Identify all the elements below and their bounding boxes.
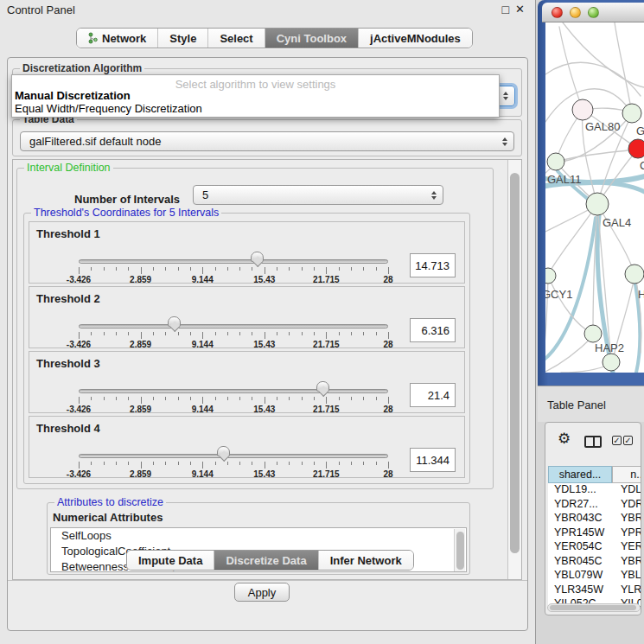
apply-button[interactable]: Apply bbox=[234, 583, 290, 602]
gear-icon[interactable]: ⚙ bbox=[558, 430, 571, 448]
tick-label: -3.426 bbox=[67, 405, 91, 414]
tick-mark bbox=[79, 397, 80, 404]
table-rows: YDL19...YDL1...YDR27...YDR2...YBR043CYBR… bbox=[548, 483, 641, 609]
network-node[interactable] bbox=[586, 193, 609, 215]
network-node[interactable] bbox=[622, 104, 641, 123]
scrollbar-thumb[interactable] bbox=[510, 173, 520, 553]
tick-label: -3.426 bbox=[67, 275, 91, 284]
tick-mark bbox=[153, 332, 154, 335]
tab-discretize-data[interactable]: Discretize Data bbox=[214, 551, 318, 570]
threshold-slider[interactable]: -3.4262.8599.14415.4321.71528 bbox=[79, 417, 388, 479]
tab-infer-network[interactable]: Infer Network bbox=[319, 551, 413, 570]
minimize-traffic-light-icon[interactable] bbox=[570, 7, 581, 18]
tick-mark bbox=[178, 332, 179, 335]
tab-select[interactable]: Select bbox=[208, 29, 265, 48]
tick-mark bbox=[388, 332, 389, 339]
tab-label: Impute Data bbox=[138, 554, 202, 567]
slider-thumb[interactable] bbox=[217, 446, 230, 456]
tick-mark bbox=[128, 397, 129, 400]
table-hscrollbar[interactable] bbox=[547, 603, 641, 612]
network-canvas[interactable]: GAL80GACGAL11GAL4GCY1HHAP2 bbox=[545, 22, 644, 373]
table-row[interactable]: YBL079WYBL0... bbox=[548, 569, 641, 583]
checkbox-icon[interactable]: ✓ bbox=[612, 436, 622, 445]
slider-track[interactable] bbox=[79, 389, 388, 393]
table-row[interactable]: YER054CYER0... bbox=[548, 540, 641, 555]
tab-network[interactable]: Network bbox=[77, 29, 158, 48]
threshold-value-input[interactable] bbox=[410, 318, 456, 342]
threshold-slider[interactable]: -3.4262.8599.14415.4321.71528 bbox=[79, 352, 388, 414]
tick-mark bbox=[351, 397, 352, 400]
column-header-name[interactable]: n... bbox=[612, 466, 641, 483]
table-row[interactable]: YBR043CYBR0... bbox=[548, 512, 641, 526]
threshold-value-input[interactable] bbox=[410, 383, 456, 407]
close-traffic-light-icon[interactable] bbox=[552, 7, 563, 18]
tick-label: 9.144 bbox=[192, 405, 214, 414]
tick-mark bbox=[165, 462, 166, 465]
tab-cyni-toolbox[interactable]: Cyni Toolbox bbox=[265, 29, 359, 48]
tick-mark bbox=[277, 462, 277, 465]
settings-scroll-area: Interval Definition Number of Intervals … bbox=[12, 159, 522, 580]
slider-tick-labels: -3.4262.8599.14415.4321.71528 bbox=[79, 340, 388, 350]
network-node[interactable] bbox=[625, 265, 644, 284]
slider-track[interactable] bbox=[79, 454, 388, 458]
network-window-titlebar[interactable] bbox=[542, 3, 644, 22]
column-view-icon[interactable] bbox=[584, 436, 602, 448]
dropdown-option[interactable]: Manual Discretization bbox=[12, 89, 499, 102]
network-node[interactable] bbox=[545, 268, 556, 284]
network-node[interactable] bbox=[547, 153, 564, 170]
slider-thumb[interactable] bbox=[316, 381, 329, 392]
network-node[interactable] bbox=[628, 139, 644, 158]
slider-track[interactable] bbox=[79, 324, 388, 328]
float-window-icon[interactable]: □ bbox=[502, 3, 509, 16]
num-intervals-combo[interactable]: 5 bbox=[193, 185, 443, 205]
tab-style[interactable]: Style bbox=[158, 29, 208, 48]
table-row[interactable]: YDR27...YDR2... bbox=[548, 498, 641, 513]
scrollbar-thumb[interactable] bbox=[456, 532, 464, 570]
tab-impute-data[interactable]: Impute Data bbox=[127, 551, 214, 570]
tick-label: 21.715 bbox=[313, 340, 340, 349]
threshold-slider[interactable]: -3.4262.8599.14415.4321.71528 bbox=[79, 287, 388, 349]
table-cell: YPR145W bbox=[554, 526, 604, 539]
scrollbar-thumb[interactable] bbox=[550, 605, 636, 610]
slider-tick-labels: -3.4262.8599.14415.4321.71528 bbox=[79, 275, 388, 285]
dropdown-option[interactable]: Equal Width/Frequency Discretization bbox=[12, 102, 499, 115]
tab-jactivemnodules[interactable]: jActiveMNodules bbox=[359, 29, 472, 48]
table-row[interactable]: YLR345WYLR3... bbox=[548, 583, 641, 598]
network-node-label: GA bbox=[636, 124, 644, 137]
column-header-shared[interactable]: shared... bbox=[548, 466, 612, 483]
table-row[interactable]: YBR045CYBR0... bbox=[548, 555, 641, 570]
tab-label: Style bbox=[169, 32, 196, 45]
tick-mark bbox=[326, 267, 327, 274]
network-node[interactable] bbox=[584, 325, 602, 342]
attribute-list-item[interactable]: SelfLoops bbox=[51, 528, 466, 544]
close-icon[interactable]: ✕ bbox=[515, 3, 525, 16]
table-cell: YPR1... bbox=[621, 526, 641, 539]
tick-mark bbox=[128, 332, 129, 335]
table-row[interactable]: YDL19...YDL1... bbox=[548, 483, 641, 498]
threshold-value-input[interactable] bbox=[410, 448, 456, 472]
tick-mark bbox=[116, 397, 117, 400]
tick-mark bbox=[116, 267, 117, 271]
tick-mark bbox=[339, 332, 340, 335]
tick-mark bbox=[252, 267, 252, 271]
checkbox-icon[interactable]: ✓ bbox=[623, 436, 633, 445]
attributes-list-scrollbar[interactable] bbox=[454, 529, 465, 572]
tick-mark bbox=[190, 462, 191, 465]
zoom-traffic-light-icon[interactable] bbox=[588, 7, 599, 18]
tick-label: 2.859 bbox=[130, 275, 151, 284]
network-node[interactable] bbox=[603, 354, 620, 371]
settings-scrollbar[interactable] bbox=[507, 160, 521, 579]
slider-thumb[interactable] bbox=[168, 316, 181, 327]
tick-mark bbox=[227, 267, 228, 271]
network-node[interactable] bbox=[572, 99, 593, 120]
table-row[interactable]: YPR145WYPR1... bbox=[548, 526, 641, 541]
threshold-slider[interactable]: -3.4262.8599.14415.4321.71528 bbox=[79, 222, 388, 284]
slider-track[interactable] bbox=[79, 259, 388, 264]
tab-label: Cyni Toolbox bbox=[277, 32, 347, 45]
tick-mark bbox=[227, 397, 228, 400]
slider-ticks bbox=[79, 332, 388, 340]
table-data-combo[interactable]: galFiltered.sif default node bbox=[20, 131, 514, 151]
slider-thumb[interactable] bbox=[251, 252, 264, 262]
network-view-window: GAL80GACGAL11GAL4GCY1HHAP2 bbox=[538, 0, 644, 386]
threshold-value-input[interactable] bbox=[410, 253, 456, 277]
